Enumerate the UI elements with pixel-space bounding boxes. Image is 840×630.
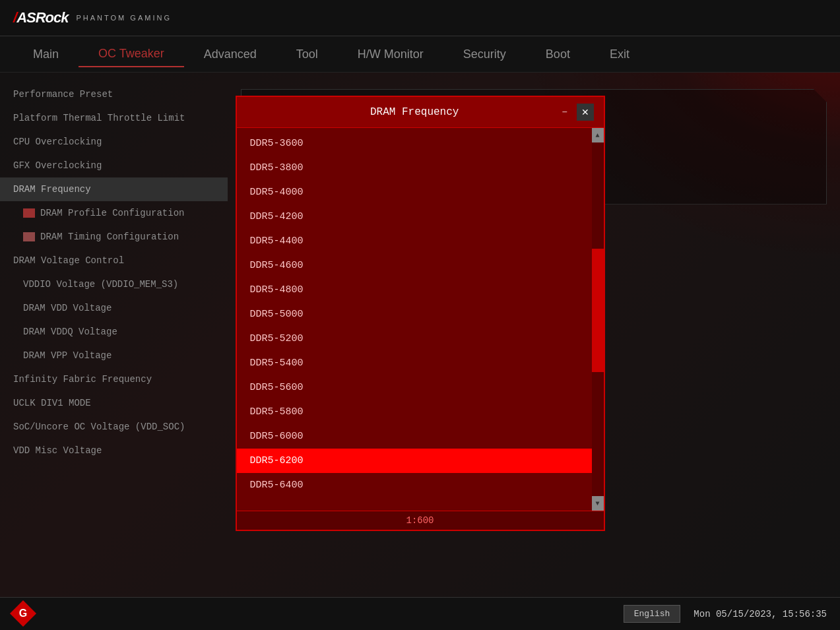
modal-overlay: DRAM Frequency – ✕ DDR5-3600 DDR5-3800 D… <box>0 36 840 597</box>
modal-title: DRAM Frequency <box>273 106 556 118</box>
list-item[interactable]: DDR5-4400 <box>237 229 592 253</box>
modal-body: DDR5-3600 DDR5-3800 DDR5-4000 DDR5-4200 … <box>237 128 604 511</box>
list-item-selected[interactable]: DDR5-6200 <box>237 449 592 473</box>
bottom-bar: G English Mon 05/15/2023, 15:56:35 <box>0 597 840 630</box>
modal-list: DDR5-3600 DDR5-3800 DDR5-4000 DDR5-4200 … <box>237 128 592 511</box>
list-item[interactable]: DDR5-6400 <box>237 473 592 497</box>
scroll-track <box>592 142 604 496</box>
modal-current-value: 1:600 <box>406 515 434 526</box>
modal-header: DRAM Frequency – ✕ <box>237 97 604 128</box>
list-item[interactable]: DDR5-6000 <box>237 424 592 449</box>
list-item[interactable]: DDR5-5400 <box>237 351 592 375</box>
header: /ASRock PHANTOM GAMING <box>0 0 840 36</box>
modal-scrollbar: ▲ ▼ <box>592 128 604 511</box>
scroll-down-button[interactable]: ▼ <box>592 496 604 511</box>
logo-bottom: G <box>10 600 36 627</box>
list-item[interactable]: DDR5-3800 <box>237 156 592 180</box>
brand-name: /ASRock <box>13 9 68 26</box>
modal-close-button[interactable]: ✕ <box>577 104 594 121</box>
list-item[interactable]: DDR5-4200 <box>237 205 592 229</box>
list-item[interactable]: DDR5-4800 <box>237 278 592 302</box>
list-item[interactable]: DDR5-5800 <box>237 400 592 424</box>
modal-value-bar: 1:600 <box>237 511 604 530</box>
list-item[interactable]: DDR5-5000 <box>237 302 592 327</box>
scroll-up-button[interactable]: ▲ <box>592 128 604 142</box>
logo-diamond: G <box>10 600 36 627</box>
datetime-display: Mon 05/15/2023, 15:56:35 <box>694 609 827 619</box>
list-item[interactable]: DDR5-3600 <box>237 131 592 156</box>
scroll-thumb[interactable] <box>592 249 604 373</box>
list-item[interactable]: DDR5-5200 <box>237 327 592 351</box>
list-item[interactable]: DDR5-5600 <box>237 375 592 400</box>
brand-sub: PHANTOM GAMING <box>76 14 171 22</box>
modal-minimize-button[interactable]: – <box>556 106 573 118</box>
logo: /ASRock PHANTOM GAMING <box>13 9 172 26</box>
language-button[interactable]: English <box>624 605 681 623</box>
list-item[interactable]: DDR5-4000 <box>237 180 592 205</box>
list-item[interactable]: DDR5-4600 <box>237 253 592 278</box>
dram-frequency-modal: DRAM Frequency – ✕ DDR5-3600 DDR5-3800 D… <box>236 96 605 531</box>
